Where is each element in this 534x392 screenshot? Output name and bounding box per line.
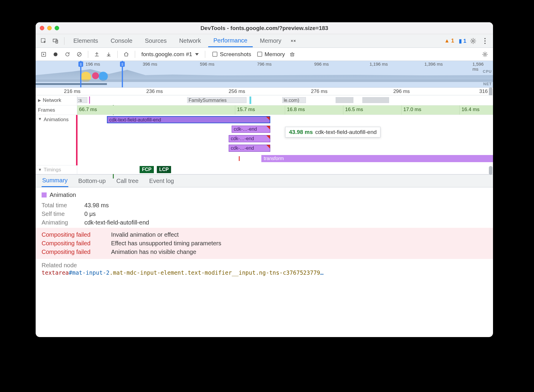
timings-track[interactable]: FCP LCP	[77, 165, 493, 174]
related-node-label: Related node	[42, 262, 487, 269]
total-time-label: Total time	[42, 202, 80, 209]
network-track-label[interactable]: ▶Network	[36, 95, 77, 105]
compositing-failures: Compositing failedInvalid animation or e…	[36, 228, 493, 259]
gc-icon[interactable]	[288, 50, 297, 59]
network-segment[interactable]: :s	[77, 97, 87, 103]
timings-track-label[interactable]: ▼Timings	[36, 165, 77, 174]
performance-toolbar: fonts.google.com #1 Screenshots Memory	[36, 48, 493, 61]
summary-pane: Animation Total time 43.98 ms Self time …	[36, 187, 493, 337]
tab-elements[interactable]: Elements	[68, 35, 103, 47]
detail-ruler[interactable]: 216 ms 236 ms 256 ms 276 ms 296 ms 316 m…	[36, 88, 493, 95]
frame-cell[interactable]: 17.0 ms	[402, 105, 460, 115]
svg-point-4	[484, 38, 486, 39]
svg-rect-1	[53, 39, 57, 42]
devtools-window: DevTools - fonts.google.com/?preview.siz…	[36, 22, 493, 337]
animating-label: Animating	[42, 219, 80, 226]
tab-bottom-up[interactable]: Bottom-up	[78, 175, 106, 187]
overview-handle-right[interactable]	[122, 61, 123, 87]
network-segment[interactable]	[362, 97, 389, 103]
svg-point-3	[472, 40, 474, 42]
related-node-link[interactable]: textarea#mat-input-2.mat-mdc-input-eleme…	[42, 269, 323, 276]
category-swatch	[42, 192, 47, 197]
record-icon[interactable]	[51, 50, 60, 59]
network-segment[interactable]: FamilySummaries	[187, 97, 247, 103]
network-mark[interactable]	[89, 97, 90, 104]
svg-point-9	[54, 53, 57, 56]
clear-icon[interactable]	[75, 50, 84, 59]
inspect-icon[interactable]	[39, 36, 49, 46]
animation-bar[interactable]: cdk-…-end	[232, 126, 270, 133]
download-icon[interactable]	[104, 50, 113, 59]
device-toggle-icon[interactable]	[50, 36, 61, 46]
issue-badges[interactable]: ▲ 1 ▮ 1	[444, 38, 466, 44]
total-time-value: 43.98 ms	[84, 202, 109, 209]
toggle-drawer-icon[interactable]	[39, 50, 48, 59]
upload-icon[interactable]	[92, 50, 101, 59]
chevron-down-icon	[195, 53, 199, 56]
tab-console[interactable]: Console	[105, 35, 138, 47]
info-badge[interactable]: ▮ 1	[459, 38, 466, 44]
animations-track[interactable]: cdk-text-field-autofill-end cdk-…-end cd…	[77, 115, 493, 165]
tab-sources[interactable]: Sources	[140, 35, 172, 47]
recording-select-label: fonts.google.com #1	[141, 51, 192, 58]
home-icon[interactable]	[122, 50, 131, 59]
flamechart-tracks[interactable]: ▶Network :s FamilySummaries le.com) Fram…	[36, 95, 493, 174]
network-mark[interactable]	[249, 97, 251, 104]
self-time-label: Self time	[42, 211, 80, 217]
network-track[interactable]: :s FamilySummaries le.com)	[77, 95, 493, 105]
net-label: NET	[483, 82, 492, 86]
fcp-marker[interactable]: FCP	[140, 166, 154, 173]
network-segment[interactable]	[336, 97, 353, 103]
frame-cell[interactable]: 16.4 ms	[460, 105, 493, 115]
frame-cell[interactable]: 16.8 ms	[285, 105, 343, 115]
capture-settings-gear-icon[interactable]	[481, 50, 489, 59]
tab-performance[interactable]: Performance	[208, 35, 253, 47]
frame-cell[interactable]: 16.5 ms	[343, 105, 402, 115]
memory-checkbox[interactable]: Memory	[257, 51, 285, 58]
scroll-indicator[interactable]	[489, 166, 492, 175]
animating-value: cdk-text-field-autofill-end	[84, 219, 149, 226]
screenshots-checkbox[interactable]: Screenshots	[212, 51, 251, 58]
network-segment[interactable]: le.com)	[282, 97, 306, 103]
sidebar-marker	[76, 115, 78, 165]
animations-track-label[interactable]: ▼Animations	[36, 115, 77, 124]
svg-point-5	[484, 40, 486, 42]
window-title: DevTools - fonts.google.com/?preview.siz…	[36, 25, 493, 31]
main-tabstrip: Elements Console Sources Network Perform…	[36, 34, 493, 48]
svg-point-11	[484, 53, 486, 55]
lcp-marker[interactable]: LCP	[157, 166, 171, 173]
cpu-label: CPU	[483, 69, 492, 74]
overview-handle-left[interactable]	[80, 61, 81, 87]
tab-call-tree[interactable]: Call tree	[116, 175, 139, 187]
frame-cell[interactable]: 15.7 ms	[235, 105, 285, 115]
self-time-value: 0 μs	[84, 211, 96, 217]
tab-network[interactable]: Network	[174, 35, 206, 47]
svg-point-6	[484, 43, 486, 44]
frames-track-label[interactable]: Frames	[36, 105, 77, 115]
frame-cell[interactable]: 66.7 ms	[77, 105, 235, 115]
timeline-overview[interactable]: 196 ms 396 ms 596 ms 796 ms 996 ms 1,196…	[36, 61, 493, 88]
more-tabs-icon[interactable]	[288, 36, 298, 46]
tab-summary[interactable]: Summary	[42, 175, 68, 187]
recording-select[interactable]: fonts.google.com #1	[139, 50, 201, 59]
tab-event-log[interactable]: Event log	[148, 175, 174, 187]
animation-bar[interactable]: cdk-…-end	[229, 135, 270, 142]
settings-gear-icon[interactable]	[468, 36, 478, 46]
kebab-menu-icon[interactable]	[480, 36, 490, 46]
scroll-indicator[interactable]	[489, 87, 492, 96]
details-tabstrip: Summary Bottom-up Call tree Event log	[36, 174, 493, 187]
frames-track[interactable]: 66.7 ms 15.7 ms 16.8 ms 16.5 ms 17.0 ms …	[77, 105, 493, 115]
summary-title: Animation	[50, 192, 76, 198]
transform-bar[interactable]: transform	[261, 155, 493, 162]
warning-badge[interactable]: ▲ 1	[444, 38, 454, 44]
titlebar: DevTools - fonts.google.com/?preview.siz…	[36, 22, 493, 34]
animation-bar[interactable]: cdk-…-end	[229, 145, 270, 152]
hover-tooltip: 43.98 mscdk-text-field-autofill-end	[285, 127, 380, 137]
animation-bar-selected[interactable]: cdk-text-field-autofill-end	[107, 116, 270, 123]
tab-memory[interactable]: Memory	[255, 35, 287, 47]
reload-record-icon[interactable]	[63, 50, 72, 59]
